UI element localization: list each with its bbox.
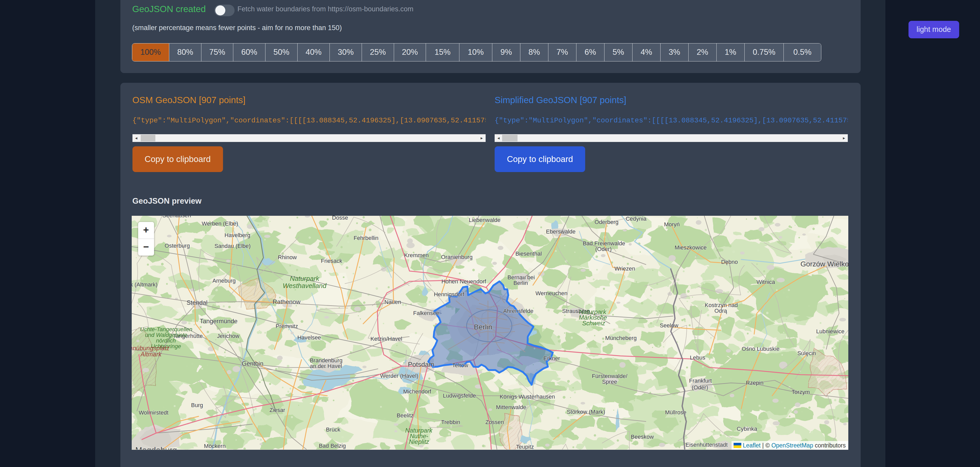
svg-text:Erkner: Erkner [544, 355, 560, 362]
svg-text:Dosse: Dosse [332, 216, 348, 221]
svg-text:Westhavelland: Westhavelland [283, 282, 327, 289]
svg-text:Biesenthal: Biesenthal [515, 251, 542, 257]
svg-text:Stendal: Stendal [186, 299, 207, 306]
svg-text:Park (Altmark): Park (Altmark) [132, 281, 158, 288]
svg-text:Schweiz: Schweiz [582, 320, 605, 327]
svg-text:Moryń: Moryń [664, 221, 679, 227]
svg-text:Lebus: Lebus [690, 354, 705, 361]
svg-text:Beeskow: Beeskow [631, 434, 654, 440]
svg-text:Müllrose: Müllrose [665, 409, 686, 416]
svg-text:Magdeburg: Magdeburg [135, 445, 177, 450]
svg-text:Spree: Spree [602, 378, 617, 385]
svg-text:Genthin: Genthin [242, 360, 263, 367]
svg-text:Hohen Neuendorf: Hohen Neuendorf [441, 278, 487, 285]
svg-text:Tangermünde: Tangermünde [200, 318, 238, 324]
svg-text:Berlin: Berlin [474, 323, 492, 331]
svg-text:Osterburg: Osterburg [165, 243, 190, 249]
svg-text:Werneuchen: Werneuchen [536, 290, 568, 297]
svg-text:Berlin: Berlin [514, 280, 528, 286]
svg-text:Storkow (Mark): Storkow (Mark) [566, 408, 605, 415]
svg-text:Potsdam: Potsdam [408, 361, 434, 368]
svg-text:Bad Belzig: Bad Belzig [319, 443, 346, 449]
svg-text:Müncheberg: Müncheberg [605, 335, 636, 341]
svg-text:Möckern: Möckern [204, 443, 226, 449]
svg-text:Zossen: Zossen [485, 419, 504, 425]
svg-text:Ludwigsfelde: Ludwigsfelde [443, 392, 476, 399]
svg-text:Altmark: Altmark [140, 351, 162, 358]
svg-text:Eisenhüttenstadt: Eisenhüttenstadt [686, 442, 728, 448]
svg-text:Lubniewice: Lubniewice [816, 328, 845, 335]
svg-text:Naturpark: Naturpark [290, 275, 320, 282]
svg-text:Falkensee: Falkensee [413, 310, 439, 316]
svg-text:Teltow: Teltow [452, 362, 468, 369]
svg-text:Witnica: Witnica [756, 279, 775, 285]
svg-text:Rhinow: Rhinow [278, 254, 297, 261]
svg-text:(Oder): (Oder) [595, 246, 612, 252]
svg-text:Rathenow: Rathenow [273, 298, 301, 305]
svg-text:Werben (Elbe): Werben (Elbe) [202, 221, 238, 227]
svg-text:Sulęcin: Sulęcin [797, 350, 816, 356]
svg-text:Michendorf: Michendorf [403, 388, 432, 395]
svg-text:Seelow: Seelow [660, 322, 678, 329]
svg-text:(Oder): (Oder) [692, 384, 708, 391]
svg-text:Hennigsdorf: Hennigsdorf [434, 291, 465, 297]
svg-text:Oranienburg: Oranienburg [441, 254, 473, 260]
svg-text:Ośno Lubuskie: Ośno Lubuskie [742, 346, 780, 352]
svg-text:Teupitz: Teupitz [516, 443, 534, 450]
svg-text:Ziesar: Ziesar [269, 407, 285, 413]
svg-text:Rzepin: Rzepin [746, 380, 764, 386]
svg-text:Odrą: Odrą [714, 308, 727, 314]
svg-text:Mieszkowice: Mieszkowice [675, 244, 707, 251]
svg-text:Fehrbellin: Fehrbellin [354, 235, 379, 241]
svg-text:Havelsee: Havelsee [298, 334, 321, 341]
svg-text:Mittenwalde: Mittenwalde [496, 404, 526, 410]
svg-text:Wolmirstedt: Wolmirstedt [138, 410, 169, 416]
svg-text:Trebbin: Trebbin [441, 419, 460, 425]
svg-text:Cybinka: Cybinka [737, 426, 757, 432]
svg-text:Havelberg: Havelberg [224, 232, 250, 238]
svg-text:Cedynia: Cedynia [626, 216, 647, 222]
svg-text:Königs Wusterhausen: Königs Wusterhausen [500, 394, 555, 400]
svg-text:Jerichow: Jerichow [217, 333, 239, 339]
svg-text:Seehausen: Seehausen [162, 216, 191, 219]
svg-text:Eberswalde: Eberswalde [546, 228, 576, 235]
svg-text:Beelitz: Beelitz [397, 412, 414, 419]
svg-text:Premnitz: Premnitz [276, 323, 298, 329]
svg-text:an der Havel: an der Havel [310, 363, 342, 369]
svg-text:Torzym: Torzym [792, 389, 810, 395]
svg-text:Wriezen: Wriezen [614, 265, 635, 272]
svg-text:Gorzów Wielkopolski: Gorzów Wielkopolski [800, 260, 848, 268]
svg-text:Nauen: Nauen [385, 299, 401, 305]
svg-text:Liebenwalde: Liebenwalde [469, 217, 501, 223]
svg-text:Kremmen: Kremmen [404, 252, 428, 259]
svg-text:Nieplitz: Nieplitz [409, 438, 429, 445]
svg-text:penübungsplatz: penübungsplatz [132, 345, 170, 351]
svg-text:Arneburg: Arneburg [212, 278, 236, 284]
svg-text:Friesack: Friesack [321, 258, 342, 264]
svg-text:Burg: Burg [191, 402, 203, 408]
svg-text:Ahrensfelde: Ahrensfelde [503, 308, 533, 314]
svg-text:Sandau (Elbe): Sandau (Elbe) [215, 243, 251, 249]
svg-text:Dębno: Dębno [721, 259, 738, 265]
svg-text:Brück: Brück [326, 426, 340, 433]
svg-text:Werder (Havel): Werder (Havel) [380, 373, 418, 379]
svg-text:Oderberg: Oderberg [595, 219, 619, 225]
svg-text:Frankfurt: Frankfurt [689, 378, 712, 384]
svg-text:Ketzin/Havel: Ketzin/Havel [371, 335, 402, 342]
